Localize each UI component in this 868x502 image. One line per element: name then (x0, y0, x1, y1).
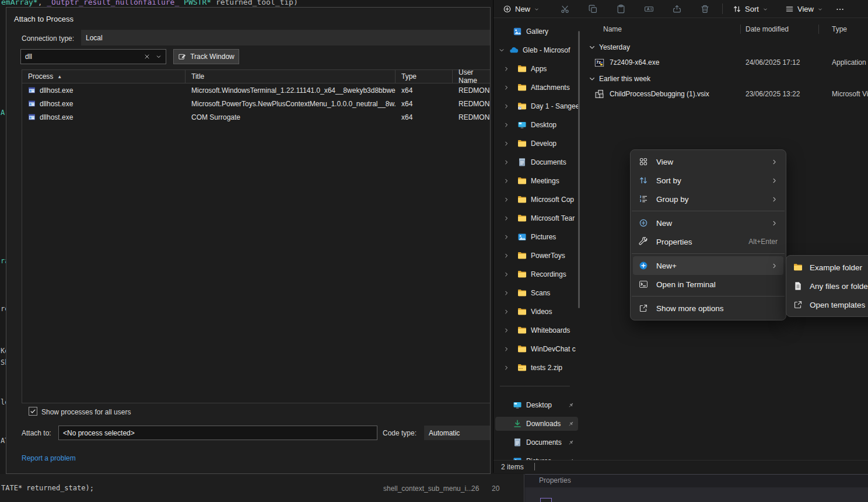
chevron-right-icon[interactable] (503, 85, 509, 90)
attach-to-field[interactable] (58, 426, 377, 440)
filter-dropdown-icon[interactable] (155, 53, 162, 60)
sidebar-item-desktop[interactable]: Desktop (495, 118, 578, 132)
menu-item-new-plus[interactable]: New+ (633, 256, 783, 275)
menu-item-properties[interactable]: Properties Alt+Enter (633, 232, 783, 251)
submenu-item-open-templates[interactable]: Open templates (789, 295, 868, 314)
sidebar-item-microsoft-teams[interactable]: Microsoft Tear (495, 211, 578, 225)
ellipsis-icon (835, 5, 845, 14)
group-header-earlier-this-week[interactable]: Earlier this week (584, 73, 650, 85)
sidebar-item-pinned-pictures[interactable]: Pictures (495, 454, 578, 460)
chevron-right-icon[interactable] (503, 66, 509, 72)
sidebar-item-develop[interactable]: Develop (495, 137, 578, 151)
column-header-user[interactable]: User Name (453, 70, 491, 83)
chevron-right-icon[interactable] (503, 271, 509, 277)
sidebar-item-tests-zip[interactable]: tests 2.zip (495, 361, 578, 375)
chevron-right-icon[interactable] (503, 215, 509, 221)
chevron-right-icon[interactable] (503, 178, 509, 184)
sidebar-item-pinned-downloads[interactable]: Downloads (495, 417, 578, 431)
table-row[interactable]: dllhost.exe COM Surrogate x64 REDMOND (22, 110, 491, 124)
sidebar-item-videos[interactable]: Videos (495, 305, 578, 319)
delete-button[interactable] (696, 2, 713, 16)
chevron-down-icon[interactable] (589, 75, 596, 82)
sidebar-item-apps[interactable]: Apps (495, 62, 578, 76)
chevron-right-icon[interactable] (503, 103, 509, 109)
view-button[interactable]: View (780, 2, 828, 16)
sidebar-item-recordings[interactable]: Recordings (495, 267, 578, 281)
clear-filter-icon[interactable] (144, 53, 150, 60)
column-separator[interactable] (740, 25, 741, 34)
show-all-users-checkbox[interactable] (29, 407, 37, 416)
report-problem-link[interactable]: Report a problem (22, 454, 76, 462)
process-filter-box[interactable] (20, 49, 166, 64)
folder-icon (517, 195, 527, 204)
chevron-down-icon[interactable] (499, 47, 505, 53)
code-type-label: Code type: (383, 429, 416, 437)
file-row-7z[interactable]: 7z2409-x64.exe 24/06/2025 17:12 Applicat… (584, 56, 868, 70)
chevron-down-icon (534, 6, 540, 12)
share-button[interactable] (668, 2, 685, 16)
copy-button[interactable] (584, 2, 601, 16)
sidebar-item-scans[interactable]: Scans (495, 286, 578, 300)
table-row[interactable]: dllhost.exe Microsoft.WindowsTerminal_1.… (22, 83, 491, 97)
sidebar-item-attachments[interactable]: Attachments (495, 81, 578, 95)
file-row-vsix[interactable]: ChildProcessDebugging (1).vsix 23/06/202… (584, 88, 868, 102)
menu-item-group-by[interactable]: Group by (633, 190, 783, 208)
menu-item-open-in-terminal[interactable]: Open in Terminal (633, 275, 783, 294)
sidebar-item-gallery[interactable]: Gallery (495, 25, 578, 39)
chevron-right-icon[interactable] (503, 197, 509, 203)
sidebar-item-day1[interactable]: Day 1 - Sangee (495, 99, 578, 113)
sidebar-item-pinned-documents[interactable]: Documents (495, 435, 578, 449)
pictures-icon (517, 232, 527, 242)
group-header-yesterday[interactable]: Yesterday (584, 41, 630, 53)
submenu-item-example-folder[interactable]: Example folder (789, 258, 868, 277)
column-header-title[interactable]: Title (186, 70, 396, 83)
connection-type-combo[interactable]: Local (81, 30, 491, 46)
chevron-right-icon[interactable] (503, 346, 509, 352)
navpane-scrollbar[interactable] (578, 31, 580, 308)
chevron-right-icon[interactable] (503, 309, 509, 315)
column-header-process[interactable]: Process ▲ (22, 70, 186, 83)
chevron-right-icon[interactable] (503, 327, 509, 333)
chevron-down-icon[interactable] (589, 44, 596, 51)
chevron-right-icon[interactable] (503, 234, 509, 240)
cut-button[interactable] (556, 2, 573, 16)
table-row[interactable]: dllhost.exe Microsoft.PowerToys.NewPlusC… (22, 97, 491, 110)
chevron-down-icon (762, 6, 768, 12)
column-header-date-modified[interactable]: Date modified (746, 25, 789, 33)
sort-button[interactable]: Sort (728, 2, 773, 16)
more-options-button[interactable] (832, 2, 848, 16)
sidebar-item-pictures[interactable]: Pictures (495, 230, 578, 244)
chevron-right-icon[interactable] (503, 159, 509, 165)
submenu-item-any-files[interactable]: Any files or folde (789, 277, 868, 295)
chevron-right-icon[interactable] (503, 122, 509, 128)
chevron-right-icon[interactable] (503, 365, 509, 371)
track-window-button[interactable]: Track Window (173, 49, 239, 64)
sidebar-item-whiteboards[interactable]: Whiteboards (495, 323, 578, 337)
pin-icon (567, 439, 575, 447)
menu-item-view[interactable]: View (633, 152, 783, 171)
menu-item-new[interactable]: New (633, 214, 783, 232)
chevron-right-icon[interactable] (503, 253, 509, 259)
properties-thumbnail (540, 498, 552, 502)
chevron-right-icon[interactable] (503, 141, 509, 147)
sidebar-item-documents[interactable]: Documents (495, 155, 578, 169)
attach-to-input[interactable] (59, 429, 377, 437)
paste-button[interactable] (612, 2, 629, 16)
sidebar-item-microsoft-copilot[interactable]: Microsoft Cop (495, 193, 578, 207)
sidebar-item-pinned-desktop[interactable]: Desktop (495, 398, 578, 412)
rename-button[interactable] (640, 2, 657, 16)
column-header-type[interactable]: Type (832, 25, 847, 33)
column-header-type[interactable]: Type (396, 70, 453, 83)
sidebar-item-meetings[interactable]: Meetings (495, 174, 578, 188)
code-type-combo[interactable]: Automatic (424, 426, 491, 440)
sidebar-item-powertoys[interactable]: PowerToys (495, 249, 578, 263)
sidebar-item-windevchat[interactable]: WinDevChat c (495, 342, 578, 356)
chevron-right-icon[interactable] (503, 290, 509, 296)
menu-item-show-more-options[interactable]: Show more options (633, 299, 783, 318)
column-header-name[interactable]: Name (603, 25, 622, 33)
menu-item-sort-by[interactable]: Sort by (633, 171, 783, 190)
new-button[interactable]: New (498, 2, 544, 16)
column-separator[interactable] (818, 25, 819, 34)
sidebar-item-onedrive[interactable]: Gleb - Microsof (495, 43, 578, 57)
process-filter-input[interactable] (21, 53, 144, 61)
